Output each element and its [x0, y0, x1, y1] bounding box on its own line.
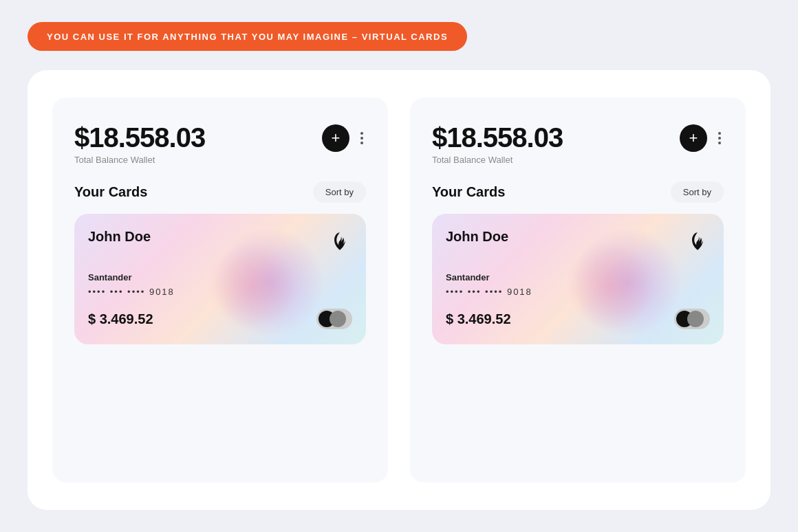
balance-amount-right: $18.558.03: [432, 122, 563, 153]
credit-card-left: John Doe Santander •••• ••• •••• 9018 $ …: [74, 214, 366, 344]
card-bank-left: Santander: [88, 272, 352, 282]
balance-label-right: Total Balance Wallet: [432, 155, 724, 165]
card-number-left: •••• ••• •••• 9018: [88, 287, 352, 297]
banner-text: YOU CAN USE IT FOR ANYTHING THAT YOU MAY…: [47, 32, 448, 42]
card-holder-right: John Doe: [446, 229, 508, 245]
more-menu-left[interactable]: [358, 129, 366, 147]
main-card: $18.558.03 + Total Balance Wallet Your C…: [28, 70, 770, 510]
wallet-panel-right: $18.558.03 + Total Balance Wallet Your C…: [410, 98, 746, 483]
sort-by-button-right[interactable]: Sort by: [671, 181, 724, 203]
add-button-right[interactable]: +: [680, 124, 707, 152]
your-cards-title-left: Your Cards: [74, 184, 147, 200]
wallet-panel-left: $18.558.03 + Total Balance Wallet Your C…: [52, 98, 388, 483]
more-menu-right[interactable]: [715, 129, 724, 147]
card-number-right: •••• ••• •••• 9018: [446, 287, 710, 297]
santander-icon-right: [685, 229, 710, 254]
card-toggle-right[interactable]: [674, 309, 710, 329]
card-toggle-left[interactable]: [316, 309, 352, 329]
balance-label-left: Total Balance Wallet: [74, 155, 366, 165]
card-holder-left: John Doe: [88, 229, 151, 245]
balance-amount-left: $18.558.03: [74, 122, 205, 153]
sort-by-button-left[interactable]: Sort by: [313, 181, 366, 203]
card-bank-right: Santander: [446, 272, 710, 282]
your-cards-title-right: Your Cards: [432, 184, 505, 200]
card-balance-right: $ 3.469.52: [446, 311, 511, 327]
credit-card-right: John Doe Santander •••• ••• •••• 9018 $ …: [432, 214, 724, 344]
card-balance-left: $ 3.469.52: [88, 311, 153, 327]
santander-icon-left: [327, 229, 352, 254]
add-button-left[interactable]: +: [322, 124, 349, 152]
top-banner: YOU CAN USE IT FOR ANYTHING THAT YOU MAY…: [28, 22, 467, 51]
